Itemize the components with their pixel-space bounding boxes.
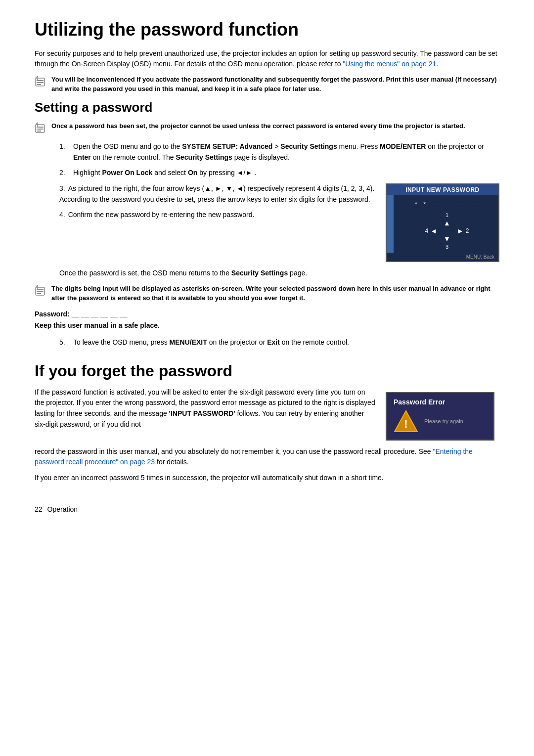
osd-stars: * * — — — — — [400, 200, 493, 208]
step-5: 5. To leave the OSD menu, press MENU/EXI… — [59, 337, 499, 348]
step-3-text: 3.As pictured to the right, the four arr… — [59, 183, 376, 205]
osd-label-up: 1 — [445, 212, 448, 218]
osd-right-arrow: ► — [457, 227, 464, 235]
after-step4-prefix: Once the password is set, the OSD menu r… — [59, 269, 231, 277]
step-5-num: 5. — [59, 337, 69, 348]
step-3-text-col: 3.As pictured to the right, the four arr… — [59, 183, 376, 225]
step-5-list: 5. To leave the OSD menu, press MENU/EXI… — [59, 337, 499, 348]
step-1: 1. Open the OSD menu and go to the SYSTE… — [59, 141, 499, 163]
osd-down-arrow: ▼ — [444, 235, 450, 243]
note-icon-1 — [35, 75, 48, 89]
intro-link: "Using the menus" on page 21 — [343, 60, 436, 68]
osd-panel-col: INPUT NEW PASSWORD * * — — — — 1 ▲ 4 — [386, 183, 499, 262]
svg-text:!: ! — [404, 418, 407, 430]
error-panel-col: Password Error ! Please try again. — [386, 389, 499, 441]
error-msg: Please try again. — [424, 418, 465, 424]
osd-label-left: 4 — [425, 227, 428, 234]
step-5-text: To leave the OSD menu, press MENU/EXIT o… — [73, 337, 349, 348]
after-step4: Once the password is set, the OSD menu r… — [59, 268, 499, 279]
step-2: 2. Highlight Power On Lock and select On… — [59, 168, 499, 178]
osd-left-arrow: ◄ — [430, 227, 437, 235]
forget-password-title: If you forget the password — [35, 362, 499, 380]
osd-label-right: 2 — [466, 227, 469, 234]
error-panel: Password Error ! Please try again. — [386, 392, 494, 441]
osd-panel: INPUT NEW PASSWORD * * — — — — 1 ▲ 4 — [386, 183, 499, 262]
svg-rect-8 — [37, 129, 44, 130]
note-box-3: The digits being input will be displayed… — [35, 284, 499, 303]
password-label: Password: __ __ __ __ __ __ — [35, 309, 499, 320]
error-icon-row: ! Please try again. — [394, 409, 487, 434]
svg-rect-12 — [37, 289, 44, 290]
note-3-text: The digits being input will be displayed… — [51, 284, 499, 303]
svg-rect-14 — [37, 293, 41, 294]
forget-password-row: If the password function is activated, y… — [35, 387, 499, 441]
footer: 22 Operation — [35, 501, 499, 513]
step-3-row: 3.As pictured to the right, the four arr… — [59, 183, 499, 262]
note-icon-2 — [35, 122, 48, 135]
step-1-text: Open the OSD menu and go to the SYSTEM S… — [73, 141, 499, 163]
forget-password-text: If the password function is activated, y… — [35, 387, 376, 435]
osd-lr-row: 4 ◄ ► 2 — [425, 227, 469, 235]
after-step4-end: page. — [288, 269, 307, 277]
osd-header: INPUT NEW PASSWORD — [387, 184, 498, 195]
intro-paragraph: For security purposes and to help preven… — [35, 48, 499, 70]
osd-footer: MENU: Back — [387, 253, 498, 261]
svg-rect-7 — [37, 127, 44, 128]
osd-sidebar — [387, 195, 394, 253]
svg-rect-2 — [37, 80, 44, 81]
setting-password-title: Setting a password — [35, 100, 499, 115]
note-2-text: Once a password has been set, the projec… — [51, 121, 465, 131]
intro-link-end: . — [436, 60, 438, 68]
svg-rect-4 — [37, 84, 41, 85]
steps-list: 1. Open the OSD menu and go to the SYSTE… — [59, 141, 499, 178]
svg-rect-13 — [37, 291, 44, 292]
svg-rect-9 — [37, 131, 41, 132]
osd-up-arrow: ▲ — [444, 219, 450, 227]
forget-para3: If you enter an incorrect password 5 tim… — [35, 473, 499, 484]
forget-para2: record the password in this user manual,… — [35, 446, 499, 468]
osd-label-down: 3 — [445, 244, 448, 250]
step-2-text: Highlight Power On Lock and select On by… — [73, 168, 256, 178]
note-icon-3 — [35, 284, 48, 298]
after-step4-bold: Security Settings — [231, 269, 288, 277]
step-1-num: 1. — [59, 141, 69, 163]
svg-rect-3 — [37, 82, 44, 83]
keep-safe: Keep this user manual in a safe place. — [35, 320, 499, 331]
step-4-text: 4.Confirm the new password by re-enterin… — [59, 210, 376, 221]
forget-para1: If the password function is activated, y… — [35, 387, 376, 430]
osd-body: * * — — — — 1 ▲ 4 ◄ — [396, 195, 498, 253]
note-box-2: Once a password has been set, the projec… — [35, 121, 499, 135]
error-title: Password Error — [394, 398, 487, 406]
footer-page-num: 22 — [35, 505, 43, 513]
osd-arrows: 1 ▲ 4 ◄ ► 2 — [400, 212, 493, 250]
footer-label: Operation — [47, 505, 78, 513]
step-2-num: 2. — [59, 168, 69, 178]
note-box-1: You will be inconvenienced if you activa… — [35, 75, 499, 94]
page-title: Utilizing the password function — [35, 20, 499, 40]
note-1-text: You will be inconvenienced if you activa… — [51, 75, 499, 94]
error-triangle-icon: ! — [394, 409, 418, 434]
